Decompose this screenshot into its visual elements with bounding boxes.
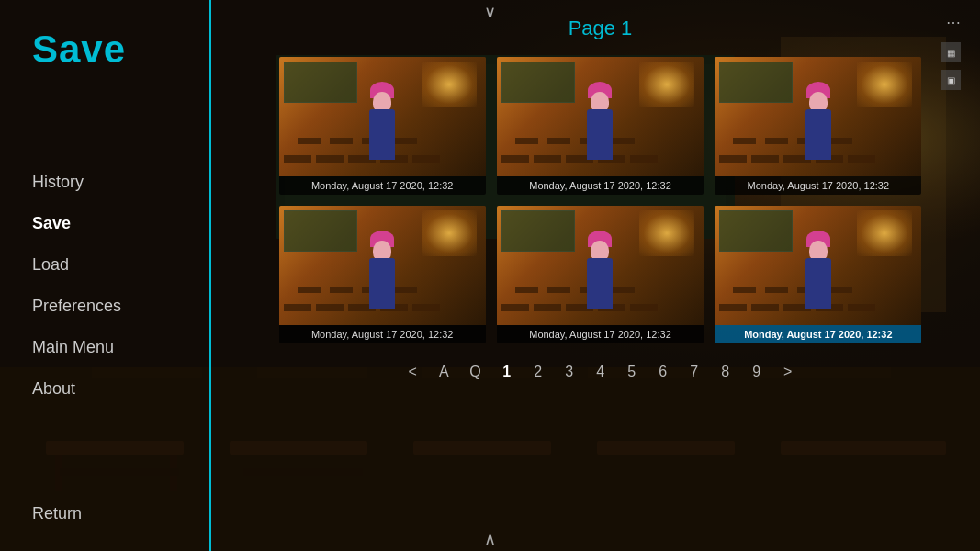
slot-char-body [369,258,395,309]
slot-desk [284,304,311,311]
pagination-next[interactable]: > [775,360,801,384]
save-slot-3[interactable]: Monday, August 17 2020, 12:32 [715,57,921,195]
slot-char-body [587,109,613,160]
slot-char-body [587,258,613,309]
slot-window-glow [422,62,477,107]
slot-desk [719,155,747,163]
save-slot-1[interactable]: Monday, August 17 2020, 12:32 [279,57,486,195]
slot-blackboard [501,62,575,103]
slot-blackboard [284,210,357,252]
pagination-page-4[interactable]: 4 [588,360,614,384]
slot-desk [630,155,658,163]
save-slot-6[interactable]: Monday, August 17 2020, 12:32 [715,206,921,343]
slot-desk [394,138,417,144]
slot-blackboard [284,62,357,103]
sidebar-item-preferences[interactable]: Preferences [0,287,211,325]
page-title: Page 1 [569,17,633,40]
ellipsis-icon[interactable]: ⋯ [941,9,966,35]
slot-desk [330,138,353,144]
save-slot-4[interactable]: Monday, August 17 2020, 12:32 [279,206,486,343]
slot-window-glow [422,210,477,256]
pagination-page-5[interactable]: 5 [619,360,645,384]
slot-scene-2 [497,57,704,176]
slot-desk [316,155,344,163]
slot-timestamp-5: Monday, August 17 2020, 12:32 [497,325,704,343]
slot-desk [515,287,538,293]
slot-char-body [805,109,831,160]
slot-scene-1 [279,57,486,176]
sidebar-item-main-menu[interactable]: Main Menu [0,329,211,366]
pagination-special-1[interactable]: A [431,360,456,384]
slot-desk [612,138,635,144]
slot-timestamp-2: Monday, August 17 2020, 12:32 [497,176,704,195]
slot-image-6 [715,206,921,325]
sidebar: Save HistorySaveLoadPreferencesMain Menu… [0,0,211,551]
sidebar-item-save[interactable]: Save [0,205,211,242]
slot-image-4 [279,206,486,325]
slot-desk [612,287,635,293]
thumbnail-icon[interactable]: ▣ [941,70,961,90]
slot-window-glow [857,62,912,107]
save-slot-5[interactable]: Monday, August 17 2020, 12:32 [497,206,704,343]
slot-desk [534,155,561,163]
pagination-special-2[interactable]: Q [462,360,488,384]
save-slots-grid: Monday, August 17 2020, 12:32 [270,57,931,343]
pagination-page-1[interactable]: 1 [494,360,520,384]
slot-desk [848,304,875,311]
slot-timestamp-1: Monday, August 17 2020, 12:32 [279,176,486,195]
slot-image-1 [279,57,486,176]
slot-desk [733,287,756,293]
slot-desk [501,304,529,311]
slot-blackboard [719,210,793,252]
slot-timestamp-6: Monday, August 17 2020, 12:32 [715,325,921,343]
pagination-page-7[interactable]: 7 [681,360,707,384]
slot-scene-5 [497,206,704,325]
sidebar-item-history[interactable]: History [0,163,211,201]
pagination-page-3[interactable]: 3 [557,360,582,384]
slot-desk [412,304,440,311]
slot-desk [829,138,852,144]
save-slot-2[interactable]: Monday, August 17 2020, 12:32 [497,57,704,195]
slot-desk [284,155,311,163]
sidebar-nav: HistorySaveLoadPreferencesMain MenuAbout [0,163,211,408]
top-chevron[interactable]: ∨ [484,2,496,22]
sidebar-item-load[interactable]: Load [0,246,211,284]
slot-blackboard [719,62,793,103]
slot-scene-4 [279,206,486,325]
app-title: Save [0,18,211,90]
slot-desk [630,304,658,311]
slot-image-3 [715,57,921,176]
grid-icon[interactable]: ▦ [941,42,961,62]
slot-desk [751,155,779,163]
return-button[interactable]: Return [32,504,82,523]
pagination-page-9[interactable]: 9 [744,360,770,384]
bottom-chevron[interactable]: ∧ [484,529,496,549]
slot-desk [765,138,788,144]
slot-desk [547,287,570,293]
slot-desk [534,304,561,311]
slot-desk [330,287,353,293]
slot-desk [316,304,344,311]
sidebar-item-about[interactable]: About [0,370,211,408]
slot-desk [829,287,852,293]
slot-timestamp-3: Monday, August 17 2020, 12:32 [715,176,921,195]
pagination-prev[interactable]: < [400,360,425,384]
slot-timestamp-4: Monday, August 17 2020, 12:32 [279,325,486,343]
sidebar-divider [209,0,211,551]
slot-window-glow [639,62,694,107]
pagination-page-8[interactable]: 8 [713,360,738,384]
slot-desk [394,287,417,293]
slot-desk [298,138,321,144]
slot-desk [751,304,779,311]
slot-desk [298,287,321,293]
slot-char-body [805,258,831,309]
right-icons: ⋯ ▦ ▣ [941,9,966,90]
main-content: Page 1 [220,0,980,551]
pagination-page-6[interactable]: 6 [650,360,676,384]
slot-desk [501,155,529,163]
slot-desk [547,138,570,144]
slot-scene-3 [715,57,921,176]
slot-scene-6 [715,206,921,325]
pagination-page-2[interactable]: 2 [525,360,551,384]
slot-desk [765,287,788,293]
